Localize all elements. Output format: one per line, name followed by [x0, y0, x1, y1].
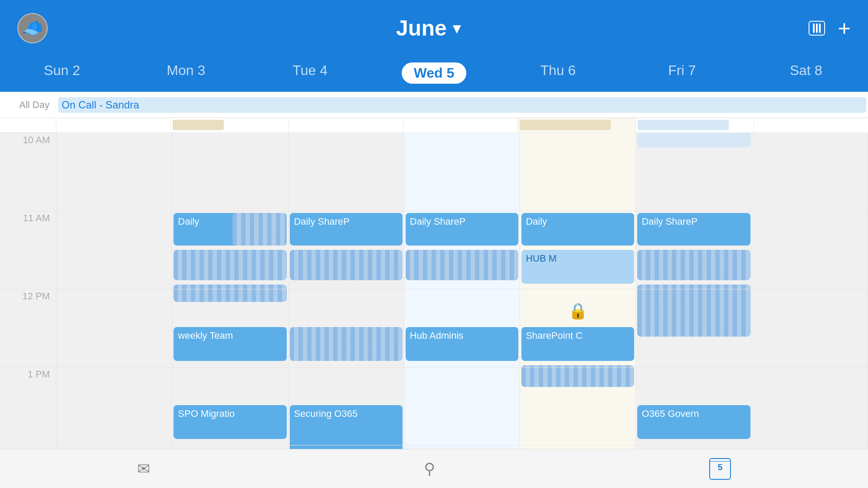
event-blurred-mon-2[interactable] [174, 250, 286, 280]
event-spo-migration[interactable]: SPO Migratio [174, 405, 286, 439]
event-hub-adminis[interactable]: Hub Adminis [406, 327, 518, 361]
calendar-scroll[interactable]: 10 AM 11 AM 12 PM 1 PM 2 PM Daily w [0, 133, 868, 465]
event-daily-sharep-tue[interactable]: Daily ShareP [290, 213, 403, 246]
event-blurred-thu-1[interactable] [521, 365, 634, 387]
event-blurred-mon-1[interactable] [233, 213, 287, 246]
calendar-icon: 5 [709, 458, 731, 480]
day-tue4-label: Tue 4 [292, 62, 328, 78]
day-sun2-label: Sun 2 [44, 62, 80, 78]
tab-search[interactable]: ⚲ [415, 456, 444, 481]
tab-calendar[interactable]: 5 [701, 455, 740, 483]
avatar[interactable]: 🧢 [17, 13, 48, 43]
all-day-event[interactable]: On Call - Sandra [58, 97, 866, 113]
day-mon3-label: Mon 3 [167, 62, 205, 78]
tab-mail[interactable]: ✉ [128, 456, 159, 481]
day-column-sat [752, 133, 868, 465]
days-grid: Daily weekly Team SPO Migratio Daily Sha… [56, 133, 868, 465]
search-icon: ⚲ [424, 460, 435, 478]
app-header: 🧢 June ▾ + [0, 0, 868, 56]
day-sat8[interactable]: Sat 8 [744, 56, 868, 92]
time-12pm: 12 PM [0, 289, 56, 367]
event-blurred-fri-1[interactable] [637, 250, 750, 280]
day-column-sun [56, 133, 172, 465]
all-day-label: All Day [0, 99, 56, 111]
event-daily-sharep-fri[interactable]: Daily ShareP [637, 213, 750, 246]
day-sun2[interactable]: Sun 2 [0, 56, 124, 92]
event-daily-thu[interactable]: Daily [521, 213, 634, 246]
time-10am: 10 AM [0, 133, 56, 211]
month-title-group[interactable]: June ▾ [396, 16, 460, 41]
all-day-row: All Day On Call - Sandra [0, 92, 868, 118]
add-event-button[interactable]: + [838, 17, 851, 39]
event-sharepoint-c[interactable]: SharePoint C [521, 327, 634, 361]
view-toggle-button[interactable] [809, 21, 825, 36]
day-thu6[interactable]: Thu 6 [496, 56, 620, 92]
day-thu6-label: Thu 6 [540, 62, 576, 78]
day-tue4[interactable]: Tue 4 [248, 56, 372, 92]
time-column: 10 AM 11 AM 12 PM 1 PM 2 PM [0, 133, 56, 465]
time-11am: 11 AM [0, 211, 56, 289]
day-sat8-label: Sat 8 [790, 62, 822, 78]
event-daily-sharep-wed[interactable]: Daily ShareP [406, 213, 518, 246]
event-o365-govern[interactable]: O365 Govern [637, 405, 750, 439]
day-wed5-label: Wed 5 [402, 62, 467, 84]
tab-bar: ✉ ⚲ 5 [0, 449, 868, 488]
event-blurred-mon-3[interactable] [174, 285, 286, 302]
event-tan-fri[interactable] [637, 133, 750, 147]
day-fri7[interactable]: Fri 7 [620, 56, 744, 92]
event-blurred-tue-2[interactable] [290, 327, 403, 361]
day-mon3[interactable]: Mon 3 [124, 56, 248, 92]
time-1pm: 1 PM [0, 367, 56, 445]
event-blurred-wed-1[interactable] [406, 250, 518, 280]
day-navigation: Sun 2 Mon 3 Tue 4 Wed 5 Thu 6 Fri 7 Sat … [0, 56, 868, 92]
top-blurred-strip [0, 118, 868, 133]
chevron-down-icon[interactable]: ▾ [453, 20, 460, 37]
day-column-wed: Daily ShareP Hub Adminis [404, 133, 520, 465]
day-column-mon: Daily weekly Team SPO Migratio [172, 133, 288, 465]
day-column-thu: Daily HUB M 🔒 SharePoint C [520, 133, 636, 465]
mail-icon: ✉ [137, 460, 150, 478]
header-actions: + [809, 17, 851, 39]
event-blurred-tue-1[interactable] [290, 250, 403, 280]
day-fri7-label: Fri 7 [668, 62, 696, 78]
event-weekly-team[interactable]: weekly Team [174, 327, 286, 361]
event-hub-m[interactable]: HUB M [521, 250, 634, 284]
event-blurred-fri-2[interactable] [637, 285, 750, 337]
month-label: June [396, 16, 447, 41]
day-wed5[interactable]: Wed 5 [372, 56, 496, 92]
lock-icon: 🔒 [568, 302, 588, 320]
calendar-day-number: 5 [718, 462, 723, 472]
day-column-fri: Daily ShareP O365 Govern [636, 133, 752, 465]
day-column-tue: Daily ShareP Securing O365 [288, 133, 404, 465]
